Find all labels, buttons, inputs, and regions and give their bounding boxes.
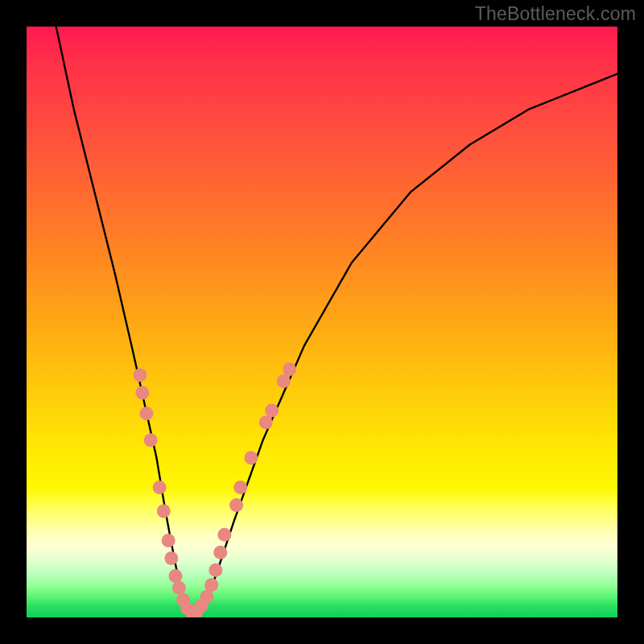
data-marker bbox=[229, 498, 243, 512]
data-marker bbox=[233, 481, 247, 494]
marker-layer bbox=[133, 362, 296, 617]
curve-layer bbox=[56, 27, 617, 614]
data-marker bbox=[135, 386, 149, 400]
plot-area bbox=[27, 27, 617, 617]
watermark-text: TheBottleneck.com bbox=[475, 3, 636, 25]
chart-frame: TheBottleneck.com bbox=[0, 0, 644, 644]
data-marker bbox=[153, 481, 167, 494]
data-marker bbox=[168, 569, 182, 583]
data-marker bbox=[277, 374, 291, 388]
data-marker bbox=[265, 404, 279, 418]
data-marker bbox=[144, 433, 158, 447]
bottleneck-chart-svg bbox=[27, 27, 617, 617]
data-marker bbox=[213, 546, 227, 559]
data-marker bbox=[217, 528, 231, 542]
data-marker bbox=[162, 534, 175, 547]
data-marker bbox=[133, 369, 147, 382]
data-marker bbox=[157, 504, 171, 518]
data-marker bbox=[200, 590, 213, 604]
data-marker bbox=[259, 415, 273, 429]
data-marker bbox=[283, 362, 296, 376]
data-marker bbox=[208, 564, 222, 577]
bottleneck-curve bbox=[56, 27, 617, 614]
data-marker bbox=[244, 451, 258, 464]
data-marker bbox=[140, 407, 154, 420]
data-marker bbox=[172, 581, 186, 595]
data-marker bbox=[164, 551, 178, 565]
data-marker bbox=[204, 578, 218, 592]
